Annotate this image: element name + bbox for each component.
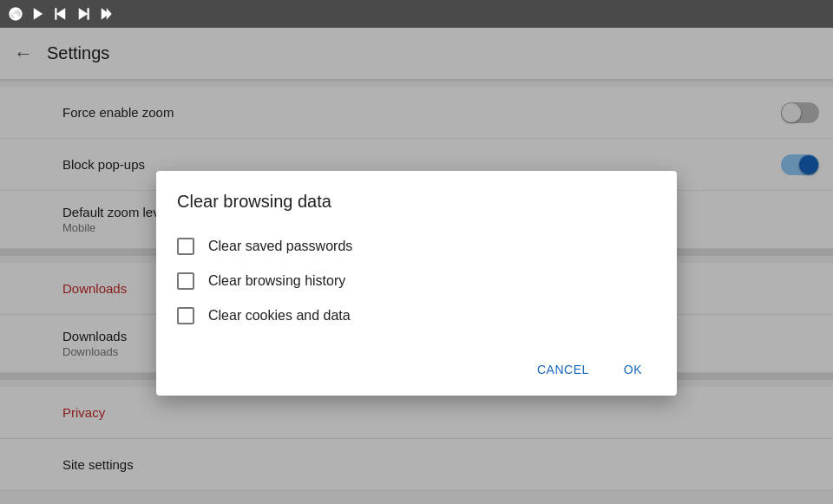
clear-data-dialog: Clear browsing data Clear saved password… (156, 171, 677, 396)
dialog-title: Clear browsing data (177, 192, 656, 212)
browser-toolbar (0, 0, 833, 28)
cancel-button[interactable]: CANCEL (523, 354, 603, 385)
svg-marker-2 (56, 8, 66, 20)
settings-page: ← Settings Force enable zoom Block pop-u… (0, 28, 833, 504)
clear-history-option[interactable]: Clear browsing history (177, 264, 656, 298)
skip-forward-icon[interactable] (75, 5, 92, 23)
clear-cookies-checkbox[interactable] (177, 307, 194, 324)
svg-rect-5 (88, 8, 89, 20)
firefox-icon (7, 5, 24, 23)
dialog-overlay: Clear browsing data Clear saved password… (0, 28, 833, 504)
clear-cookies-option[interactable]: Clear cookies and data (177, 298, 656, 333)
clear-history-label: Clear browsing history (208, 273, 345, 289)
clear-passwords-option[interactable]: Clear saved passwords (177, 229, 656, 264)
clear-passwords-label: Clear saved passwords (208, 239, 352, 254)
svg-marker-4 (79, 8, 89, 20)
clear-passwords-checkbox[interactable] (177, 238, 194, 255)
dialog-actions: CANCEL OK (177, 347, 656, 385)
step-icon[interactable] (97, 5, 115, 23)
skip-back-icon[interactable] (52, 5, 69, 23)
svg-rect-3 (55, 8, 56, 20)
clear-history-checkbox[interactable] (177, 272, 194, 290)
ok-button[interactable]: OK (610, 354, 656, 385)
svg-marker-1 (34, 8, 43, 20)
svg-marker-7 (107, 8, 112, 20)
clear-cookies-label: Clear cookies and data (208, 308, 351, 324)
play-icon[interactable] (30, 5, 47, 23)
